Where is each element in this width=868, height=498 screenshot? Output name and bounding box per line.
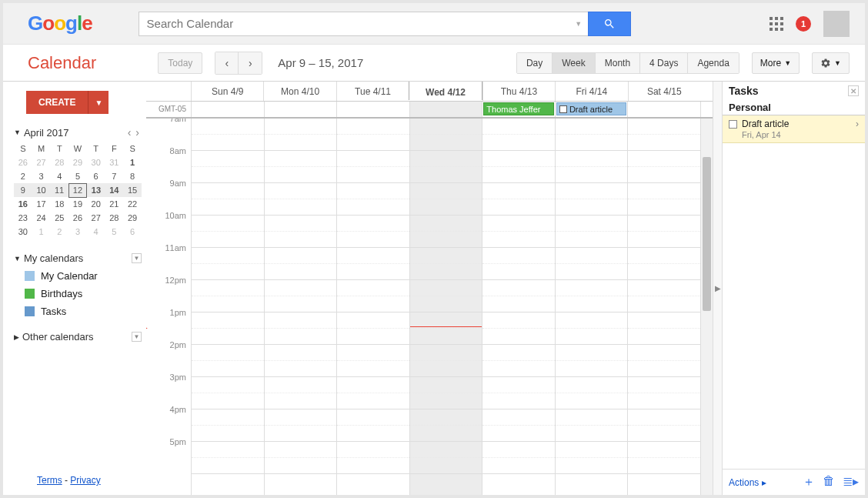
calendar-item[interactable]: My Calendar <box>14 270 142 282</box>
more-button[interactable]: More ▼ <box>752 52 800 74</box>
day-column[interactable] <box>264 119 337 495</box>
mini-cal-day[interactable]: 12 <box>68 183 87 197</box>
mini-cal-day[interactable]: 4 <box>87 225 105 239</box>
day-header[interactable]: Mon 4/10 <box>263 82 336 101</box>
mini-cal-day[interactable]: 19 <box>68 197 87 211</box>
mini-cal-day[interactable]: 24 <box>32 211 51 225</box>
mini-cal-day[interactable]: 5 <box>105 225 124 239</box>
mini-cal-day[interactable]: 14 <box>105 183 124 197</box>
allday-cell[interactable] <box>336 102 409 117</box>
mini-cal-month[interactable]: April 2017 <box>24 127 69 139</box>
mini-cal-day[interactable]: 15 <box>123 183 142 197</box>
view-agenda[interactable]: Agenda <box>688 53 738 73</box>
day-header[interactable]: Sat 4/15 <box>628 82 700 101</box>
mini-cal-day[interactable]: 7 <box>105 169 124 183</box>
tasks-collapse-handle[interactable]: ▶ <box>713 82 722 495</box>
mini-cal-day[interactable]: 28 <box>105 211 124 225</box>
task-checkbox[interactable] <box>729 120 737 129</box>
allday-cell[interactable] <box>409 102 482 117</box>
view-month[interactable]: Month <box>596 53 640 73</box>
mini-cal-day[interactable]: 23 <box>14 211 32 225</box>
task-list-menu-icon[interactable]: ≣▸ <box>843 474 859 490</box>
view-day[interactable]: Day <box>517 53 553 73</box>
mini-cal-day[interactable]: 30 <box>14 225 32 239</box>
notifications-badge[interactable]: 1 <box>796 16 811 32</box>
allday-cell[interactable]: Thomas Jeffer <box>482 102 555 117</box>
day-header[interactable]: Wed 4/12 <box>409 82 482 100</box>
mini-cal-day[interactable]: 3 <box>32 169 51 183</box>
mini-cal-day[interactable]: 20 <box>87 197 105 211</box>
mini-cal-day[interactable]: 13 <box>87 183 105 197</box>
day-header[interactable]: Sun 4/9 <box>191 82 263 101</box>
mini-cal-day[interactable]: 22 <box>123 197 142 211</box>
mini-cal-day[interactable]: 29 <box>123 211 142 225</box>
mini-cal-day[interactable]: 6 <box>87 169 105 183</box>
allday-cell[interactable]: Draft article <box>555 102 628 117</box>
mini-cal-day[interactable]: 25 <box>50 211 68 225</box>
mini-cal-day[interactable]: 10 <box>32 183 51 197</box>
mini-cal-day[interactable]: 21 <box>105 197 124 211</box>
mini-cal-day[interactable]: 27 <box>32 155 51 169</box>
allday-event[interactable]: Thomas Jeffer <box>483 102 554 115</box>
terms-link[interactable]: Terms <box>37 475 62 486</box>
mini-cal-day[interactable]: 27 <box>87 211 105 225</box>
today-button[interactable]: Today <box>158 52 202 74</box>
create-dropdown[interactable]: ▼ <box>88 91 108 114</box>
day-column[interactable] <box>482 119 555 495</box>
my-calendars-menu[interactable]: ▼ <box>132 253 142 263</box>
other-calendars-header[interactable]: ▶Other calendars ▼ <box>14 331 142 343</box>
mini-cal-day[interactable]: 16 <box>14 197 32 211</box>
search-input[interactable] <box>139 12 569 36</box>
search-options-dropdown[interactable]: ▼ <box>569 12 588 36</box>
day-column[interactable] <box>191 119 264 495</box>
calendar-item[interactable]: Birthdays <box>14 288 142 299</box>
task-item[interactable]: Draft articleFri, Apr 14› <box>723 115 865 143</box>
google-logo[interactable]: Google <box>28 12 92 35</box>
day-header[interactable]: Tue 4/11 <box>336 82 409 101</box>
my-calendars-header[interactable]: ▼My calendars ▼ <box>14 252 142 264</box>
view-week[interactable]: Week <box>553 53 595 73</box>
apps-icon[interactable] <box>770 17 783 31</box>
allday-cell[interactable] <box>627 102 700 117</box>
mini-cal-day[interactable]: 3 <box>68 225 87 239</box>
day-header[interactable]: Fri 4/14 <box>555 82 627 101</box>
mini-cal-day[interactable]: 18 <box>50 197 68 211</box>
next-button[interactable]: › <box>239 52 262 74</box>
allday-event[interactable]: Draft article <box>556 102 627 115</box>
mini-cal-next[interactable]: › <box>133 126 142 139</box>
search-button[interactable] <box>588 12 631 36</box>
mini-cal-prev[interactable]: ‹ <box>125 126 134 139</box>
mini-cal-day[interactable]: 11 <box>50 183 68 197</box>
mini-cal-day[interactable]: 6 <box>123 225 142 239</box>
mini-cal-day[interactable]: 9 <box>14 183 32 197</box>
privacy-link[interactable]: Privacy <box>70 475 100 486</box>
mini-cal-day[interactable]: 29 <box>68 155 87 169</box>
day-column[interactable] <box>627 119 700 495</box>
account-avatar[interactable] <box>823 11 850 37</box>
settings-button[interactable]: ▼ <box>812 52 850 74</box>
mini-cal-day[interactable]: 30 <box>87 155 105 169</box>
prev-button[interactable]: ‹ <box>215 52 239 74</box>
mini-cal-day[interactable]: 4 <box>50 169 68 183</box>
mini-cal-day[interactable]: 26 <box>68 211 87 225</box>
mini-cal-day[interactable]: 5 <box>68 169 87 183</box>
tasks-actions-button[interactable]: Actions ▸ <box>729 477 766 488</box>
allday-cell[interactable] <box>264 102 337 117</box>
mini-cal-day[interactable]: 8 <box>123 169 142 183</box>
mini-cal-day[interactable]: 1 <box>32 225 51 239</box>
mini-cal-day[interactable]: 2 <box>50 225 68 239</box>
delete-task-icon[interactable]: 🗑 <box>823 474 835 490</box>
tasks-close-button[interactable]: ✕ <box>848 85 859 96</box>
other-calendars-menu[interactable]: ▼ <box>132 332 142 342</box>
view-4-days[interactable]: 4 Days <box>640 53 688 73</box>
mini-cal-day[interactable]: 26 <box>14 155 32 169</box>
day-column[interactable] <box>409 119 482 495</box>
create-button[interactable]: CREATE <box>26 91 88 114</box>
calendar-item[interactable]: Tasks <box>14 306 142 317</box>
tasks-list-name[interactable]: Personal <box>723 100 865 115</box>
day-column[interactable] <box>336 119 409 495</box>
mini-cal-day[interactable]: 1 <box>123 155 142 169</box>
mini-cal-day[interactable]: 17 <box>32 197 51 211</box>
day-column[interactable] <box>555 119 628 495</box>
allday-cell[interactable] <box>191 102 264 117</box>
